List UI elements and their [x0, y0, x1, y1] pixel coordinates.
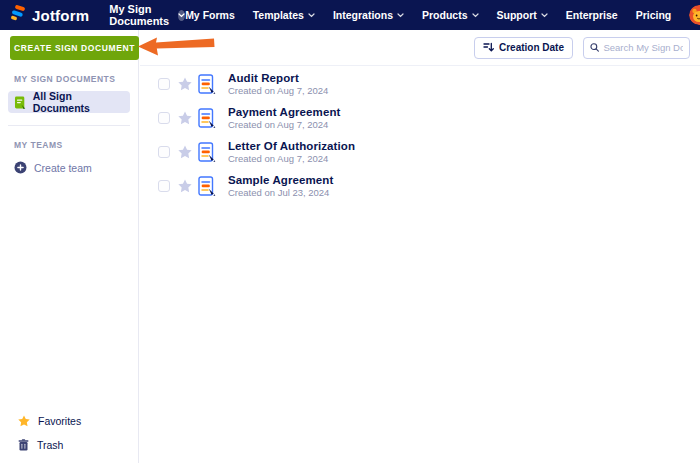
sidebar-section-my-teams: MY TEAMS: [14, 140, 138, 150]
sidebar-section-my-sign-documents: MY SIGN DOCUMENTS: [14, 74, 138, 84]
sidebar-item-label: Create team: [34, 162, 92, 174]
user-avatar[interactable]: [689, 5, 700, 25]
row-checkbox[interactable]: [158, 146, 170, 158]
chevron-down-icon: [472, 13, 479, 18]
document-created-date: Created on Jul 23, 2024: [228, 187, 333, 198]
create-sign-document-button[interactable]: CREATE SIGN DOCUMENT: [10, 36, 139, 60]
sidebar-item-create-team[interactable]: Create team: [14, 161, 138, 174]
document-created-date: Created on Aug 7, 2024: [228, 119, 340, 130]
main-content: Creation Date Audit Report Created on Au…: [140, 30, 700, 463]
sidebar-item-all-sign-documents[interactable]: All Sign Documents: [8, 91, 130, 113]
chevron-down-icon: [308, 13, 315, 18]
document-list: Audit Report Created on Aug 7, 2024 Paym…: [140, 66, 700, 203]
row-star-icon[interactable]: [178, 111, 192, 125]
nav-integrations[interactable]: Integrations: [333, 9, 404, 21]
document-row[interactable]: Payment Agreement Created on Aug 7, 2024: [140, 101, 700, 135]
search-icon: [590, 42, 599, 53]
plus-circle-icon: [14, 161, 27, 174]
list-toolbar: Creation Date: [140, 30, 700, 66]
row-star-icon[interactable]: [178, 77, 192, 91]
row-star-icon[interactable]: [178, 179, 192, 193]
document-created-date: Created on Aug 7, 2024: [228, 85, 328, 96]
nav-templates[interactable]: Templates: [253, 9, 315, 21]
sidebar-footer: Favorites Trash: [0, 409, 138, 457]
jotform-logo-icon: [10, 5, 26, 25]
sidebar-item-label: Trash: [37, 439, 63, 451]
page-title[interactable]: My Sign Documents: [109, 3, 185, 27]
sidebar-divider: [8, 125, 130, 126]
nav-my-forms[interactable]: My Forms: [185, 9, 235, 21]
row-checkbox[interactable]: [158, 78, 170, 90]
sign-document-icon: [198, 74, 217, 95]
sign-document-icon: [198, 142, 217, 163]
document-title[interactable]: Sample Agreement: [228, 174, 333, 186]
document-created-date: Created on Aug 7, 2024: [228, 153, 355, 164]
document-title[interactable]: Audit Report: [228, 72, 328, 84]
document-title[interactable]: Payment Agreement: [228, 106, 340, 118]
sign-document-icon: [198, 108, 217, 129]
document-row[interactable]: Letter Of Authorization Created on Aug 7…: [140, 135, 700, 169]
sidebar-item-favorites[interactable]: Favorites: [0, 409, 138, 433]
jotform-logo-text: Jotform: [32, 7, 89, 24]
title-chevron-badge[interactable]: [178, 10, 185, 21]
chevron-down-icon: [397, 13, 404, 18]
nav-support[interactable]: Support: [497, 9, 548, 21]
sign-document-icon: [198, 176, 217, 197]
header-nav: My Forms Templates Integrations Products…: [185, 5, 700, 25]
nav-enterprise[interactable]: Enterprise: [566, 9, 618, 21]
jotform-logo[interactable]: Jotform: [10, 5, 89, 25]
document-title[interactable]: Letter Of Authorization: [228, 140, 355, 152]
document-row[interactable]: Audit Report Created on Aug 7, 2024: [140, 67, 700, 101]
sidebar-item-trash[interactable]: Trash: [0, 433, 138, 457]
search-input[interactable]: [603, 42, 683, 53]
row-star-icon[interactable]: [178, 145, 192, 159]
sort-by-creation-date-button[interactable]: Creation Date: [474, 37, 573, 59]
nav-pricing[interactable]: Pricing: [636, 9, 672, 21]
row-checkbox[interactable]: [158, 180, 170, 192]
row-checkbox[interactable]: [158, 112, 170, 124]
search-box: [583, 37, 690, 59]
trash-icon: [18, 439, 29, 451]
sort-icon: [483, 42, 494, 53]
sidebar-item-label: All Sign Documents: [33, 90, 130, 114]
sidebar-item-label: Favorites: [38, 415, 81, 427]
sidebar: CREATE SIGN DOCUMENT MY SIGN DOCUMENTS A…: [0, 30, 139, 463]
chevron-down-icon: [541, 13, 548, 18]
document-row[interactable]: Sample Agreement Created on Jul 23, 2024: [140, 169, 700, 203]
top-header: Jotform My Sign Documents My Forms Templ…: [0, 0, 700, 30]
sign-document-green-icon: [14, 96, 27, 109]
favorites-star-icon: [18, 415, 30, 427]
nav-products[interactable]: Products: [422, 9, 479, 21]
